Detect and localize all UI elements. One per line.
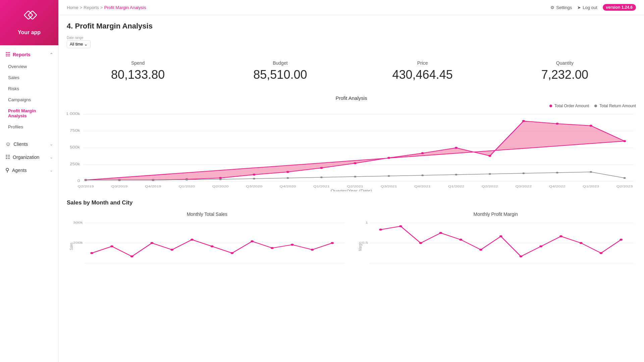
stat-quantity-value: 7,232.00	[499, 68, 631, 82]
svg-point-80	[311, 249, 314, 251]
svg-text:Q4/2022: Q4/2022	[549, 185, 566, 188]
svg-text:Q2/2021: Q2/2021	[347, 185, 363, 188]
svg-point-75	[211, 245, 214, 247]
svg-point-70	[110, 245, 113, 247]
svg-text:Q1/2023: Q1/2023	[583, 185, 599, 188]
sales-line	[92, 240, 332, 256]
svg-point-23	[488, 155, 491, 157]
stat-budget-value: 85,510.00	[214, 68, 346, 82]
svg-point-94	[499, 235, 502, 237]
svg-point-99	[599, 252, 602, 254]
bottom-charts: Monthly Total Sales 300k 200k Sales	[67, 212, 636, 273]
sidebar-item-sales[interactable]: Sales	[0, 72, 58, 83]
svg-point-78	[271, 247, 274, 249]
svg-point-81	[331, 242, 334, 244]
profit-chart-svg: 1 000k 750k 500k 250k 0	[67, 111, 636, 191]
svg-text:Q2/2023: Q2/2023	[616, 185, 633, 188]
legend-order-dot	[549, 105, 552, 107]
sidebar-item-profit-margin[interactable]: Profit Margin Analysis	[0, 105, 58, 121]
legend-return-dot	[594, 105, 597, 107]
sidebar: Your app ☷ Reports ⌃ Overview Sales Risk…	[0, 0, 59, 362]
nav-clients[interactable]: ☺ Clients ⌄	[0, 138, 58, 150]
section-title-sales: Sales by Month and City	[67, 199, 636, 206]
svg-point-98	[579, 242, 582, 244]
date-range-label: Date range	[67, 36, 636, 40]
svg-point-76	[230, 252, 233, 254]
svg-point-33	[253, 178, 255, 180]
monthly-sales-svg: 300k 200k Sales	[67, 220, 347, 273]
organization-icon: ☷	[5, 154, 10, 160]
stat-budget-label: Budget	[214, 60, 346, 66]
stat-budget: Budget 85,510.00	[209, 55, 351, 87]
stat-spend: Spend 80,133.80	[67, 55, 209, 87]
svg-text:Sales: Sales	[69, 243, 73, 250]
chevron-down-icon-3: ⌄	[50, 168, 53, 173]
svg-point-19	[354, 162, 357, 164]
sidebar-item-risks[interactable]: Risks	[0, 83, 58, 94]
svg-point-91	[439, 232, 442, 234]
nav-agents[interactable]: ⚲ Agents ⌄	[0, 164, 58, 177]
topbar-actions: ⚙ Settings ➤ Log out version 1.24.6	[550, 4, 636, 11]
clients-icon: ☺	[5, 141, 11, 147]
svg-point-28	[85, 179, 87, 181]
reports-section: ☷ Reports ⌃ Overview Sales Risks Campaig…	[0, 45, 58, 135]
svg-text:Q1/2020: Q1/2020	[178, 185, 195, 188]
stat-spend-value: 80,133.80	[72, 68, 204, 82]
svg-point-18	[320, 167, 323, 169]
svg-point-96	[539, 245, 542, 247]
svg-point-22	[455, 147, 458, 149]
logout-button[interactable]: ➤ Log out	[577, 5, 597, 10]
svg-point-39	[455, 174, 457, 176]
svg-point-20	[387, 157, 390, 159]
svg-text:Q3/2021: Q3/2021	[381, 185, 397, 188]
sidebar-item-campaigns[interactable]: Campaigns	[0, 94, 58, 105]
stat-price-value: 430,464.45	[357, 68, 488, 82]
svg-point-88	[379, 229, 382, 231]
svg-point-30	[152, 179, 154, 181]
version-badge: version 1.24.6	[603, 4, 636, 11]
svg-text:Q3/2019: Q3/2019	[111, 185, 128, 188]
svg-point-43	[590, 171, 592, 173]
sidebar-item-profiles[interactable]: Profiles	[0, 121, 58, 132]
svg-text:200k: 200k	[73, 241, 83, 244]
dropdown-chevron-icon: ⌄	[84, 42, 88, 47]
svg-text:0: 0	[77, 179, 80, 183]
nav-organization[interactable]: ☷ Organization ⌄	[0, 150, 58, 164]
svg-point-41	[522, 173, 525, 174]
agents-icon: ⚲	[5, 167, 9, 173]
svg-text:300k: 300k	[73, 221, 83, 224]
chart-legend: Total Order Amount Total Return Amount	[67, 104, 636, 108]
svg-point-69	[90, 252, 93, 254]
svg-point-79	[291, 244, 294, 246]
main-content: Home > Reports > Profit Margin Analysis …	[59, 0, 644, 362]
app-name: Your app	[18, 29, 41, 36]
svg-point-29	[118, 179, 120, 181]
date-range-dropdown[interactable]: All time ⌄	[67, 40, 91, 48]
nav-reports[interactable]: ☷ Reports ⌃	[0, 48, 58, 61]
monthly-profit-container: 1 0.5 Margin	[356, 220, 636, 273]
monthly-profit-title: Monthly Profit Margin	[356, 212, 636, 217]
svg-point-40	[489, 173, 491, 175]
settings-button[interactable]: ⚙ Settings	[550, 5, 572, 10]
svg-text:250k: 250k	[70, 162, 80, 166]
svg-text:750k: 750k	[70, 129, 80, 132]
page-title: 4. Profit Margin Analysis	[67, 22, 636, 31]
svg-point-21	[421, 152, 424, 154]
monthly-sales-container: 300k 200k Sales	[67, 220, 347, 273]
profit-chart-title: Profit Analysis	[67, 95, 636, 101]
svg-point-100	[620, 239, 623, 241]
svg-point-32	[219, 179, 222, 180]
svg-text:Q2/2022: Q2/2022	[482, 185, 498, 188]
sidebar-item-overview[interactable]: Overview	[0, 61, 58, 72]
svg-point-71	[130, 255, 133, 257]
breadcrumb: Home > Reports > Profit Margin Analysis	[67, 5, 146, 10]
svg-point-73	[170, 249, 173, 251]
breadcrumb-home[interactable]: Home	[67, 5, 78, 10]
svg-point-90	[419, 242, 422, 244]
svg-text:500k: 500k	[70, 145, 80, 149]
breadcrumb-reports[interactable]: Reports	[84, 5, 99, 10]
other-sections: ☺ Clients ⌄ ☷ Organization ⌄ ⚲ Agents ⌄	[0, 135, 58, 179]
chevron-down-icon: ⌄	[50, 142, 53, 146]
svg-point-93	[479, 249, 482, 251]
logout-icon: ➤	[577, 5, 581, 10]
